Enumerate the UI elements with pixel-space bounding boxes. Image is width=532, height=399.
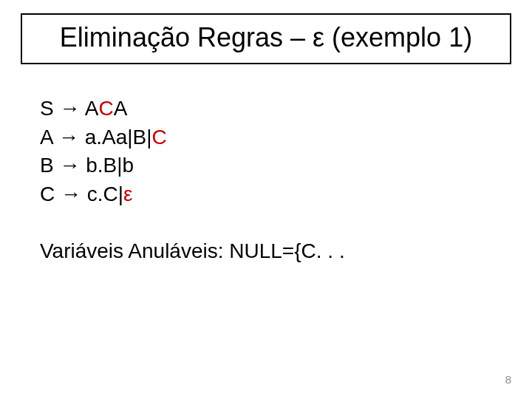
grammar-rule-A: A → a.Aa|B|C [40,123,498,152]
rule-lhs: B [40,154,54,177]
slide-body: S → ACA A → a.Aa|B|C B → b.B|b C → c.C|ε… [40,95,498,265]
rule-rhs-pre: A [85,97,99,120]
grammar-rule-C: C → c.C|ε [40,180,498,209]
nullables-line: Variáveis Anuláveis: NULL={C. . . [40,237,498,266]
page-number: 8 [505,373,511,386]
rule-arrow: → [61,183,81,205]
rule-rhs-highlight: C [152,126,167,149]
spacer [40,209,498,237]
grammar-rule-S: S → ACA [40,95,498,123]
rule-rhs-pre: c.C| [87,183,123,205]
rule-rhs-pre: a.Aa|B| [85,126,152,149]
rule-lhs: S [40,97,54,120]
grammar-rule-B: B → b.B|b [40,151,498,180]
rule-arrow: → [59,97,80,120]
slide-title: Eliminação Regras – ε (exemplo 1) [60,22,472,52]
title-box: Eliminação Regras – ε (exemplo 1) [21,13,511,64]
rule-lhs: A [40,126,52,149]
rule-rhs-pre: b.B|b [86,154,134,177]
rule-rhs-highlight: ε [123,183,132,205]
rule-arrow: → [59,154,80,177]
rule-arrow: → [58,126,79,149]
rule-lhs: C [40,183,55,205]
rule-rhs-post: A [114,97,128,120]
slide: Eliminação Regras – ε (exemplo 1) S → AC… [0,0,532,399]
rule-rhs-highlight: C [98,97,113,120]
